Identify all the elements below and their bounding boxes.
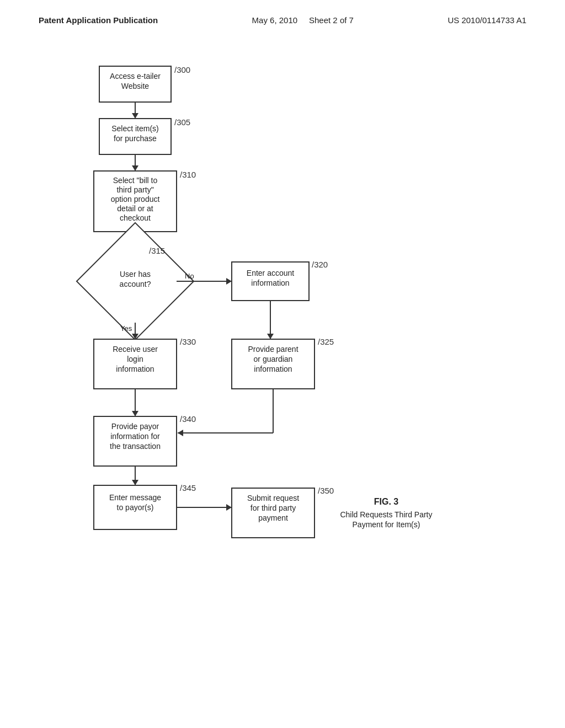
node-310-text: Select "bill to — [113, 176, 158, 185]
fig-title: FIG. 3 — [374, 497, 399, 506]
ref-320: /320 — [312, 260, 328, 269]
node-340-text: Provide payor — [111, 422, 159, 431]
header-left: Patent Application Publication — [39, 15, 158, 25]
svg-text:or guardian: or guardian — [254, 355, 293, 363]
node-315-diamond: User has account? — [77, 223, 194, 340]
node-330-text: Receive user — [113, 345, 158, 354]
svg-text:detail or at: detail or at — [117, 204, 153, 213]
svg-marker-3 — [132, 165, 138, 171]
svg-text:information: information — [116, 365, 154, 373]
svg-marker-20 — [132, 411, 138, 416]
svg-text:option product: option product — [111, 195, 160, 204]
svg-text:for third party: for third party — [250, 504, 296, 512]
ref-325: /325 — [318, 337, 334, 346]
sheet-info: Sheet 2 of 7 — [309, 15, 354, 25]
svg-marker-21 — [178, 430, 183, 436]
flowchart-svg: Access e-tailer Website /300 Select item… — [0, 33, 565, 706]
header-right: US 2010/0114733 A1 — [447, 15, 526, 25]
svg-text:information: information — [254, 365, 292, 373]
svg-text:the transaction: the transaction — [110, 442, 161, 451]
svg-text:third party": third party" — [116, 185, 153, 194]
ref-310: /310 — [180, 170, 196, 179]
svg-marker-14 — [267, 334, 274, 339]
ref-340: /340 — [180, 414, 196, 424]
label-no: No — [185, 272, 194, 280]
svg-text:User has: User has — [120, 270, 151, 279]
header-center: May 6, 2010 Sheet 2 of 7 — [252, 15, 354, 25]
svg-text:login: login — [127, 355, 143, 363]
node-305-text: Select item(s) — [111, 124, 159, 133]
publication-date: May 6, 2010 — [252, 15, 298, 25]
ref-345: /345 — [180, 483, 196, 493]
node-350-text: Submit request — [247, 494, 299, 502]
svg-text:to payor(s): to payor(s) — [117, 503, 154, 512]
node-320-text: Enter account — [247, 269, 294, 277]
label-yes: Yes — [120, 324, 132, 333]
svg-text:payment: payment — [258, 513, 288, 522]
node-300-text: Access e-tailer — [110, 72, 161, 81]
ref-330: /330 — [180, 337, 196, 346]
svg-text:information for: information for — [110, 432, 160, 441]
svg-text:Website: Website — [121, 82, 150, 90]
svg-text:for purchase: for purchase — [114, 134, 157, 143]
ref-300: /300 — [174, 65, 190, 74]
fig-sub2: Payment for Item(s) — [353, 520, 420, 529]
fig-sub1: Child Requests Third Party — [340, 510, 432, 519]
page: Patent Application Publication May 6, 20… — [0, 0, 565, 728]
header: Patent Application Publication May 6, 20… — [0, 0, 565, 30]
svg-marker-1 — [132, 113, 138, 119]
svg-marker-24 — [132, 480, 138, 485]
node-325-text: Provide parent — [248, 345, 298, 354]
ref-315: /315 — [149, 246, 165, 255]
svg-text:checkout: checkout — [120, 213, 151, 222]
ref-305: /305 — [174, 117, 190, 127]
node-345-text: Enter message — [109, 493, 161, 502]
svg-text:information: information — [251, 279, 289, 287]
svg-text:account?: account? — [120, 280, 151, 288]
ref-350: /350 — [318, 486, 334, 495]
svg-marker-26 — [226, 504, 232, 511]
svg-marker-12 — [226, 278, 232, 285]
